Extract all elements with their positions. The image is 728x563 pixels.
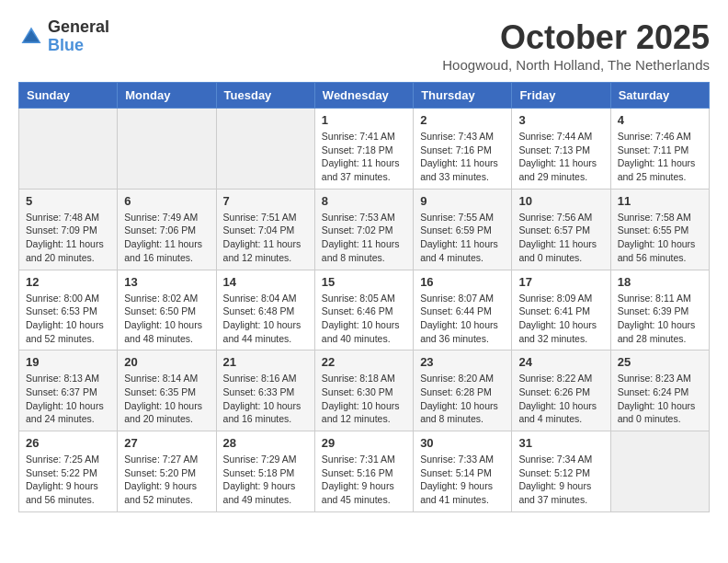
calendar-cell: 4Sunrise: 7:46 AM Sunset: 7:11 PM Daylig… (610, 109, 709, 190)
calendar-cell: 22Sunrise: 8:18 AM Sunset: 6:30 PM Dayli… (314, 350, 413, 431)
day-info: Sunrise: 8:16 AM Sunset: 6:33 PM Dayligh… (223, 372, 308, 426)
calendar-cell: 11Sunrise: 7:58 AM Sunset: 6:55 PM Dayli… (610, 189, 709, 270)
day-info: Sunrise: 7:44 AM Sunset: 7:13 PM Dayligh… (518, 130, 603, 184)
calendar-table: SundayMondayTuesdayWednesdayThursdayFrid… (18, 82, 710, 512)
day-number: 2 (420, 113, 505, 127)
day-number: 10 (518, 194, 603, 208)
day-info: Sunrise: 8:00 AM Sunset: 6:53 PM Dayligh… (26, 292, 110, 346)
calendar-cell: 7Sunrise: 7:51 AM Sunset: 7:04 PM Daylig… (216, 189, 314, 270)
day-number: 6 (124, 194, 209, 208)
calendar-cell: 9Sunrise: 7:55 AM Sunset: 6:59 PM Daylig… (414, 189, 512, 270)
weekday-header-wednesday: Wednesday (314, 83, 413, 109)
day-number: 4 (618, 113, 702, 127)
day-info: Sunrise: 8:23 AM Sunset: 6:24 PM Dayligh… (618, 372, 702, 426)
day-number: 11 (618, 194, 702, 208)
day-info: Sunrise: 7:29 AM Sunset: 5:18 PM Dayligh… (223, 453, 308, 507)
day-info: Sunrise: 8:22 AM Sunset: 6:26 PM Dayligh… (518, 372, 603, 426)
day-info: Sunrise: 8:11 AM Sunset: 6:39 PM Dayligh… (618, 292, 702, 346)
page-header: General Blue October 2025 Hoogwoud, Nort… (18, 18, 710, 73)
calendar-cell: 1Sunrise: 7:41 AM Sunset: 7:18 PM Daylig… (314, 109, 413, 190)
calendar-week-row: 26Sunrise: 7:25 AM Sunset: 5:22 PM Dayli… (19, 431, 710, 512)
day-number: 30 (420, 436, 505, 450)
day-number: 19 (26, 355, 110, 369)
day-info: Sunrise: 7:51 AM Sunset: 7:04 PM Dayligh… (223, 211, 308, 265)
weekday-header-tuesday: Tuesday (216, 83, 314, 109)
day-info: Sunrise: 7:58 AM Sunset: 6:55 PM Dayligh… (618, 211, 702, 265)
day-info: Sunrise: 8:05 AM Sunset: 6:46 PM Dayligh… (322, 292, 406, 346)
calendar-cell: 10Sunrise: 7:56 AM Sunset: 6:57 PM Dayli… (512, 189, 610, 270)
day-info: Sunrise: 7:43 AM Sunset: 7:16 PM Dayligh… (420, 130, 505, 184)
day-number: 29 (322, 436, 406, 450)
day-info: Sunrise: 7:46 AM Sunset: 7:11 PM Dayligh… (618, 130, 702, 184)
calendar-cell: 28Sunrise: 7:29 AM Sunset: 5:18 PM Dayli… (216, 431, 314, 512)
day-number: 13 (124, 275, 209, 289)
calendar-week-row: 19Sunrise: 8:13 AM Sunset: 6:37 PM Dayli… (19, 350, 710, 431)
day-number: 27 (124, 436, 209, 450)
calendar-header-row: SundayMondayTuesdayWednesdayThursdayFrid… (19, 83, 710, 109)
day-info: Sunrise: 8:20 AM Sunset: 6:28 PM Dayligh… (420, 372, 505, 426)
day-number: 21 (223, 355, 308, 369)
day-info: Sunrise: 8:09 AM Sunset: 6:41 PM Dayligh… (518, 292, 603, 346)
day-number: 22 (322, 355, 406, 369)
day-info: Sunrise: 7:27 AM Sunset: 5:20 PM Dayligh… (124, 453, 209, 507)
calendar-cell: 23Sunrise: 8:20 AM Sunset: 6:28 PM Dayli… (414, 350, 512, 431)
day-number: 17 (518, 275, 603, 289)
day-number: 7 (223, 194, 308, 208)
location-subtitle: Hoogwoud, North Holland, The Netherlands (442, 57, 710, 73)
calendar-cell: 21Sunrise: 8:16 AM Sunset: 6:33 PM Dayli… (216, 350, 314, 431)
calendar-cell: 20Sunrise: 8:14 AM Sunset: 6:35 PM Dayli… (118, 350, 216, 431)
day-number: 18 (618, 275, 702, 289)
day-info: Sunrise: 8:04 AM Sunset: 6:48 PM Dayligh… (223, 292, 308, 346)
day-info: Sunrise: 7:56 AM Sunset: 6:57 PM Dayligh… (518, 211, 603, 265)
calendar-cell: 26Sunrise: 7:25 AM Sunset: 5:22 PM Dayli… (19, 431, 118, 512)
calendar-cell: 25Sunrise: 8:23 AM Sunset: 6:24 PM Dayli… (610, 350, 709, 431)
day-info: Sunrise: 7:34 AM Sunset: 5:12 PM Dayligh… (518, 453, 603, 507)
month-title: October 2025 (442, 18, 710, 57)
logo-text: General Blue (48, 18, 109, 55)
calendar-cell: 18Sunrise: 8:11 AM Sunset: 6:39 PM Dayli… (610, 270, 709, 350)
calendar-week-row: 1Sunrise: 7:41 AM Sunset: 7:18 PM Daylig… (19, 109, 710, 190)
day-number: 25 (618, 355, 702, 369)
day-info: Sunrise: 7:33 AM Sunset: 5:14 PM Dayligh… (420, 453, 505, 507)
day-number: 28 (223, 436, 308, 450)
day-number: 31 (518, 436, 603, 450)
calendar-cell (19, 109, 118, 190)
calendar-cell: 27Sunrise: 7:27 AM Sunset: 5:20 PM Dayli… (118, 431, 216, 512)
title-block: October 2025 Hoogwoud, North Holland, Th… (442, 18, 710, 73)
day-number: 9 (420, 194, 505, 208)
calendar-cell: 16Sunrise: 8:07 AM Sunset: 6:44 PM Dayli… (414, 270, 512, 350)
calendar-cell: 30Sunrise: 7:33 AM Sunset: 5:14 PM Dayli… (414, 431, 512, 512)
day-number: 16 (420, 275, 505, 289)
logo-icon (18, 24, 44, 50)
calendar-week-row: 5Sunrise: 7:48 AM Sunset: 7:09 PM Daylig… (19, 189, 710, 270)
calendar-cell: 31Sunrise: 7:34 AM Sunset: 5:12 PM Dayli… (512, 431, 610, 512)
day-info: Sunrise: 8:13 AM Sunset: 6:37 PM Dayligh… (26, 372, 110, 426)
calendar-cell: 17Sunrise: 8:09 AM Sunset: 6:41 PM Dayli… (512, 270, 610, 350)
day-info: Sunrise: 7:41 AM Sunset: 7:18 PM Dayligh… (322, 130, 406, 184)
day-number: 1 (322, 113, 406, 127)
calendar-cell: 13Sunrise: 8:02 AM Sunset: 6:50 PM Dayli… (118, 270, 216, 350)
day-info: Sunrise: 8:02 AM Sunset: 6:50 PM Dayligh… (124, 292, 209, 346)
day-info: Sunrise: 8:18 AM Sunset: 6:30 PM Dayligh… (322, 372, 406, 426)
day-info: Sunrise: 7:55 AM Sunset: 6:59 PM Dayligh… (420, 211, 505, 265)
calendar-cell: 5Sunrise: 7:48 AM Sunset: 7:09 PM Daylig… (19, 189, 118, 270)
day-info: Sunrise: 7:49 AM Sunset: 7:06 PM Dayligh… (124, 211, 209, 265)
day-number: 5 (26, 194, 110, 208)
day-info: Sunrise: 7:25 AM Sunset: 5:22 PM Dayligh… (26, 453, 110, 507)
weekday-header-friday: Friday (512, 83, 610, 109)
calendar-cell (610, 431, 709, 512)
weekday-header-saturday: Saturday (610, 83, 709, 109)
calendar-cell (118, 109, 216, 190)
day-info: Sunrise: 7:31 AM Sunset: 5:16 PM Dayligh… (322, 453, 406, 507)
day-info: Sunrise: 7:48 AM Sunset: 7:09 PM Dayligh… (26, 211, 110, 265)
calendar-cell: 29Sunrise: 7:31 AM Sunset: 5:16 PM Dayli… (314, 431, 413, 512)
day-number: 24 (518, 355, 603, 369)
day-info: Sunrise: 8:14 AM Sunset: 6:35 PM Dayligh… (124, 372, 209, 426)
weekday-header-thursday: Thursday (414, 83, 512, 109)
day-info: Sunrise: 7:53 AM Sunset: 7:02 PM Dayligh… (322, 211, 406, 265)
day-number: 15 (322, 275, 406, 289)
day-number: 8 (322, 194, 406, 208)
day-number: 20 (124, 355, 209, 369)
calendar-cell (216, 109, 314, 190)
day-number: 14 (223, 275, 308, 289)
